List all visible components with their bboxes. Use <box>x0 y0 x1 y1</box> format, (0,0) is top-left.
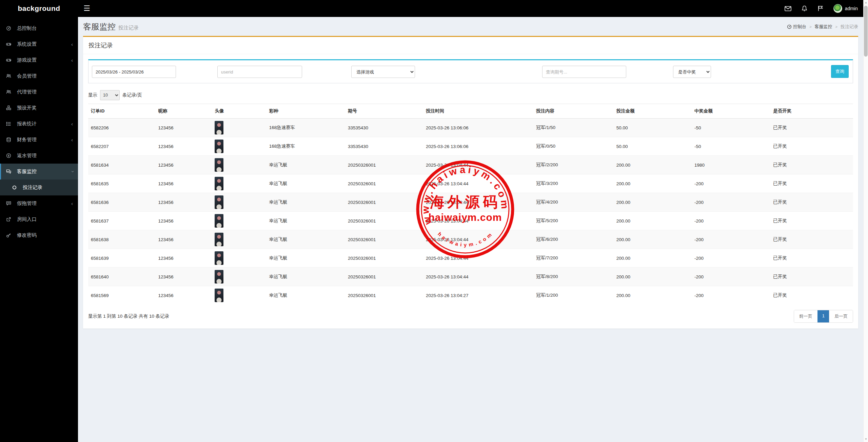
chevron-left-icon: ‹ <box>71 137 73 143</box>
records-summary: 显示第 1 到第 10 条记录 共有 10 条记录 <box>88 313 169 319</box>
user-avatar-image <box>215 289 223 302</box>
username: admin <box>845 6 858 11</box>
pagination-page-1[interactable]: 1 <box>817 310 829 322</box>
page-title: 客服监控 投注记录 <box>83 21 139 32</box>
sidebar-item-change-password[interactable]: 修改密码 <box>0 227 78 243</box>
bell-icon[interactable] <box>802 5 807 12</box>
sidebar-item-bet-records[interactable]: 投注记录 <box>0 180 78 195</box>
cell-order-id: 6581639 <box>88 249 156 268</box>
flag-icon[interactable] <box>817 5 823 12</box>
cell-nickname: 123456 <box>156 193 212 212</box>
pagination-prev[interactable]: 前一页 <box>794 310 817 322</box>
cell-order-id: 6581635 <box>88 174 156 193</box>
table-row: 6582207123456168急速赛车335354302025-03-26 1… <box>88 137 853 156</box>
sidebar-toggle-icon[interactable]: ☰ <box>78 0 96 17</box>
cell-bet-content: 冠军/1/50 <box>533 119 614 137</box>
date-range-input[interactable] <box>92 66 176 78</box>
sidebar-item-service-monitor[interactable]: 客服监控‹ <box>0 164 78 180</box>
pagination-next[interactable]: 后一页 <box>829 310 853 322</box>
win-select[interactable]: 是否中奖 <box>673 66 711 78</box>
sidebar-item-label: 代理管理 <box>17 89 73 95</box>
per-page-select[interactable]: 10 <box>100 90 120 100</box>
cell-avatar <box>212 230 266 249</box>
chevron-down-icon: ‹ <box>71 169 73 174</box>
game-select[interactable]: 选择游戏 <box>351 66 415 78</box>
download-icon <box>6 153 14 158</box>
cell-bet-time: 2025-03-26 13:04:27 <box>423 286 533 305</box>
sidebar-item-label: 投注记录 <box>23 184 73 191</box>
cell-bet-content: 冠军/5/200 <box>533 212 614 230</box>
sidebar-item-system-settings[interactable]: 系统设置‹ <box>0 36 78 52</box>
user-avatar-image <box>215 251 223 265</box>
cell-order-id: 6581638 <box>88 230 156 249</box>
vertical-scrollbar[interactable]: ▲ ▼ <box>863 0 868 442</box>
sidebar-item-fake-drag[interactable]: 假拖管理‹ <box>0 195 78 211</box>
userid-input[interactable] <box>217 66 302 78</box>
cell-bet-content: 冠军/8/200 <box>533 268 614 286</box>
sidebar-item-label: 报表统计 <box>17 121 71 127</box>
cell-issue: 20250326001 <box>345 286 423 305</box>
sidebar-item-dashboard[interactable]: 总控制台 <box>0 20 78 36</box>
cell-game: 168急速赛车 <box>267 137 345 156</box>
cell-draw-status: 已开奖 <box>770 230 853 249</box>
sidebar-item-finance[interactable]: 财务管理‹ <box>0 132 78 148</box>
bet-records-panel: 投注记录 选择游戏 是否中奖 查询 显示 <box>83 36 858 329</box>
breadcrumb-home[interactable]: 控制台 <box>787 24 806 30</box>
cell-win-amount: -200 <box>692 174 770 193</box>
scrollbar-up-arrow[interactable]: ▲ <box>864 0 868 5</box>
sidebar-item-game-settings[interactable]: 游戏设置‹ <box>0 52 78 68</box>
scrollbar-thumb[interactable] <box>864 6 868 57</box>
app-logo[interactable]: background <box>0 4 78 13</box>
issue-input[interactable] <box>542 66 626 78</box>
cell-nickname: 123456 <box>156 119 212 137</box>
sidebar-item-label: 财务管理 <box>17 136 71 143</box>
cell-win-amount: -200 <box>692 249 770 268</box>
cell-avatar <box>212 249 266 268</box>
scrollbar-down-arrow[interactable]: ▼ <box>864 437 868 442</box>
cell-win-amount: -200 <box>692 212 770 230</box>
cell-bet-time: 2025-03-26 13:06:06 <box>423 137 533 156</box>
cell-game: 幸运飞艇 <box>267 174 345 193</box>
external-link-icon <box>6 217 14 222</box>
table-row: 6582206123456168急速赛车335354302025-03-26 1… <box>88 119 853 137</box>
cell-bet-time: 2025-03-26 13:04:44 <box>423 156 533 174</box>
cell-draw-status: 已开奖 <box>770 156 853 174</box>
sidebar-item-members[interactable]: 会员管理 <box>0 68 78 84</box>
cell-issue: 20250326001 <box>345 249 423 268</box>
cell-issue: 20250326001 <box>345 268 423 286</box>
cell-bet-amount: 200.00 <box>614 230 692 249</box>
page-subtitle: 投注记录 <box>118 25 139 31</box>
table-row: 6581569123456幸运飞艇202503260012025-03-26 1… <box>88 286 853 305</box>
sidebar-item-label: 预设开奖 <box>17 105 73 111</box>
sidebar-item-reports[interactable]: 报表统计‹ <box>0 116 78 132</box>
sidebar-item-label: 房间入口 <box>17 216 73 223</box>
cell-bet-time: 2025-03-26 13:04:44 <box>423 249 533 268</box>
sidebar-item-agents[interactable]: 代理管理 <box>0 84 78 100</box>
dashboard-icon <box>6 26 14 31</box>
user-menu[interactable]: admin <box>833 4 858 13</box>
cell-draw-status: 已开奖 <box>770 119 853 137</box>
cell-bet-amount: 200.00 <box>614 249 692 268</box>
sidebar-item-rebate[interactable]: 返水管理 <box>0 148 78 164</box>
sidebar-item-label: 假拖管理 <box>17 200 71 207</box>
user-avatar-image <box>215 195 223 209</box>
user-avatar-image <box>215 214 223 228</box>
sidebar-item-label: 客服监控 <box>17 168 71 175</box>
chevron-left-icon: ‹ <box>71 201 73 206</box>
cell-win-amount: -200 <box>692 230 770 249</box>
cell-win-amount: -50 <box>692 137 770 156</box>
table-body: 6582206123456168急速赛车335354302025-03-26 1… <box>88 119 853 305</box>
user-avatar <box>833 4 842 13</box>
cell-bet-time: 2025-03-26 13:04:44 <box>423 193 533 212</box>
sidebar-item-preset-draw[interactable]: 预设开奖 <box>0 100 78 116</box>
sidebar-item-label: 返水管理 <box>17 152 73 159</box>
per-page-suffix: 条记录/页 <box>122 92 142 98</box>
search-button[interactable]: 查询 <box>831 65 849 78</box>
cell-win-amount: -200 <box>692 193 770 212</box>
sidebar-item-room-entry[interactable]: 房间入口 <box>0 211 78 227</box>
gamepad-icon <box>6 42 14 47</box>
breadcrumb-section[interactable]: 客服监控 <box>815 24 832 30</box>
cell-game: 168急速赛车 <box>267 119 345 137</box>
breadcrumb-separator: > <box>809 25 811 29</box>
mail-icon[interactable] <box>785 6 791 11</box>
